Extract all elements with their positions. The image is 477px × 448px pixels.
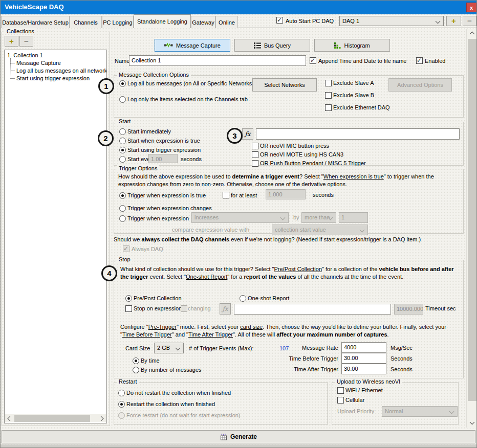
exclude-slave-b-checkbox[interactable]	[325, 92, 332, 99]
one-shot-report-label: One-shot Report	[248, 295, 289, 301]
tab-channels[interactable]: Channels	[70, 16, 102, 28]
tree-item-log-all[interactable]: Log all bus messages on all networks	[10, 66, 106, 74]
trigger-when-expression-radio[interactable]	[119, 215, 126, 222]
time-before-trigger-input[interactable]: 30.00	[341, 353, 386, 364]
fx-expression-button[interactable]: ƒx	[242, 128, 253, 140]
tree-item-start-trigger[interactable]: Start using trigger expression	[10, 74, 106, 82]
close-button[interactable]: x	[466, 3, 476, 12]
compare-value-select: collection start value	[272, 225, 368, 235]
cellular-checkbox[interactable]	[337, 397, 344, 404]
exclude-ethernet-daq-checkbox[interactable]	[325, 104, 332, 111]
scroll-down-button[interactable]	[467, 418, 477, 428]
log-all-bus-messages-radio[interactable]	[119, 80, 126, 87]
title-bar: VehicleScape DAQ	[0, 0, 477, 14]
message-collection-options-group: Message Collection Options Log all bus m…	[114, 75, 464, 118]
tree-horizontal-scrollbar[interactable]	[5, 414, 106, 422]
select-networks-button[interactable]: Select Networks	[252, 78, 317, 92]
append-time-date-checkbox[interactable]	[310, 57, 316, 64]
for-at-least-checkbox[interactable]	[223, 192, 229, 198]
stop-on-expression-checkbox[interactable]	[125, 305, 132, 312]
trigger-when-true-radio[interactable]	[119, 192, 126, 199]
start-expression-input[interactable]	[256, 128, 460, 140]
or-push-button-checkbox[interactable]	[252, 160, 258, 167]
message-rate-input[interactable]: 4000	[341, 342, 386, 353]
or-neovi-mote-label: OR neoVI MOTE using HS CAN3	[260, 151, 343, 158]
configure-pretrigger-text: Configure "Pre-Trigger" mode. First, sel…	[120, 323, 457, 339]
stop-expression-input[interactable]	[234, 304, 391, 315]
generate-button[interactable]: Generate	[2, 430, 475, 443]
for-at-least-seconds-label: seconds	[313, 192, 334, 198]
changing-label: changing	[188, 305, 211, 311]
histogram-view-button[interactable]: Histogram	[314, 39, 390, 52]
by-number-of-messages-label: By number of messages	[141, 367, 202, 373]
message-rate-unit: Msg/Sec	[391, 345, 413, 351]
timeout-label: Timeout sec	[425, 305, 456, 311]
exclude-slave-a-label: Exclude Slave A	[333, 80, 374, 86]
exclude-ethernet-daq-label: Exclude Ethernet DAQ	[333, 104, 390, 110]
annotation-4: 4	[101, 265, 117, 281]
time-after-trigger-input[interactable]: 30.00	[341, 364, 386, 374]
histogram-icon	[334, 42, 341, 49]
waveform-icon	[164, 43, 173, 48]
start-when-expression-radio[interactable]	[119, 138, 126, 144]
start-every-radio[interactable]	[119, 156, 126, 163]
card-size-select[interactable]: 2 GB	[154, 343, 184, 353]
trigger-when-changes-radio[interactable]	[119, 205, 126, 212]
one-shot-report-radio[interactable]	[240, 295, 246, 302]
by-time-label: By time	[141, 357, 160, 364]
by-amount-value: 1	[339, 212, 368, 223]
minus-icon: −	[467, 18, 472, 24]
trigger-options-title: Trigger Options	[117, 165, 159, 171]
tab-database-hardware-setup[interactable]: Database/Hardware Setup	[1, 16, 70, 28]
start-when-expression-label: Start when expression is true	[127, 138, 200, 144]
tree-item-message-capture[interactable]: Message Capture	[10, 59, 106, 66]
scroll-left-button[interactable]	[5, 414, 13, 422]
tree-item-collection[interactable]: 1. Collection 1	[5, 50, 106, 59]
tab-pc-logging[interactable]: PC Logging	[102, 16, 134, 28]
or-neovi-mote-checkbox[interactable]	[252, 151, 258, 158]
tab-online[interactable]: Online	[215, 16, 238, 28]
generate-icon	[220, 434, 227, 440]
add-daq-button[interactable]: +	[446, 16, 461, 26]
log-only-channels-radio[interactable]	[119, 96, 126, 103]
tab-gateway[interactable]: Gateway	[191, 16, 215, 28]
start-using-trigger-radio[interactable]	[119, 147, 126, 153]
trigger-when-true-label: Trigger when expression is true	[127, 192, 206, 198]
scrollbar-thumb[interactable]	[468, 39, 476, 401]
name-label: Name	[115, 58, 129, 64]
start-immediately-radio[interactable]	[119, 128, 126, 135]
enabled-checkbox[interactable]	[416, 57, 423, 64]
wifi-ethernet-checkbox[interactable]	[337, 387, 344, 394]
tab-standalone-logging[interactable]: Standalone Logging	[134, 14, 191, 28]
restart-title: Restart	[117, 378, 139, 385]
name-input[interactable]: Collection 1	[129, 55, 306, 66]
restart-when-finished-radio[interactable]	[118, 401, 125, 408]
time-after-trigger-label: Time After Trigger	[256, 366, 338, 372]
by-number-of-messages-radio[interactable]	[133, 367, 139, 373]
bus-query-view-button[interactable]: Bus Query	[234, 39, 310, 52]
do-not-restart-radio[interactable]	[118, 390, 125, 396]
main-vertical-scrollbar[interactable]	[466, 29, 477, 428]
by-time-radio[interactable]	[133, 357, 139, 364]
or-neovi-mic-label: OR neoVI MIC button press	[260, 143, 329, 149]
daq-select[interactable]: DAQ 1	[339, 16, 444, 26]
exclude-slave-a-checkbox[interactable]	[325, 80, 332, 86]
scroll-up-button[interactable]	[467, 29, 477, 38]
auto-start-pc-daq-checkbox[interactable]	[276, 17, 283, 24]
message-capture-view-button[interactable]: Message Capture	[155, 39, 230, 52]
stop-title: Stop	[117, 256, 133, 262]
start-every-value: 1.00	[148, 154, 178, 163]
advanced-options-button: Advanced Options	[388, 78, 452, 92]
or-neovi-mic-checkbox[interactable]	[252, 143, 258, 149]
remove-collection-button[interactable]: −	[19, 36, 33, 47]
scrollbar-thumb[interactable]	[14, 415, 90, 422]
remove-daq-button[interactable]: −	[463, 16, 476, 26]
scroll-right-button[interactable]	[98, 414, 106, 422]
upload-priority-select: Normal	[382, 406, 458, 417]
start-every-seconds-label: seconds	[181, 156, 202, 162]
add-collection-button[interactable]: +	[5, 36, 18, 47]
pre-post-collection-radio[interactable]	[125, 295, 132, 302]
annotation-2: 2	[98, 130, 114, 146]
enabled-label: Enabled	[425, 58, 445, 64]
stop-fx-button: ƒx	[220, 303, 231, 315]
